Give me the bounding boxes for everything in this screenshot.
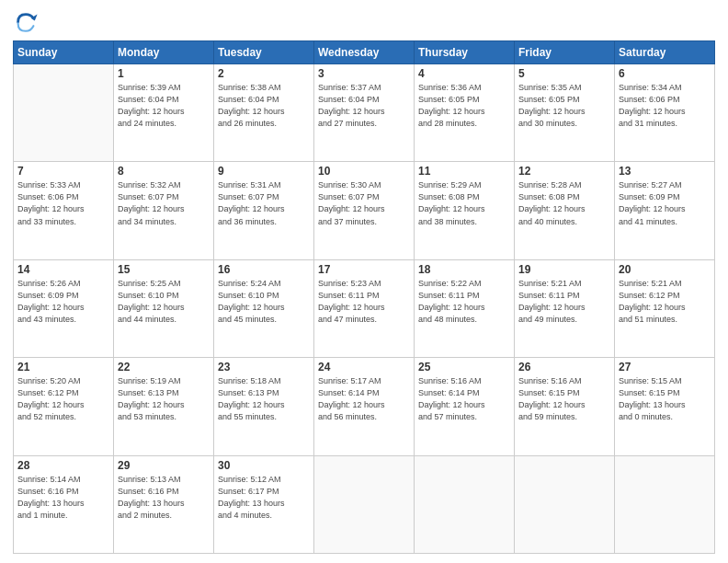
day-info: Sunrise: 5:22 AM Sunset: 6:11 PM Dayligh… xyxy=(418,278,510,326)
day-number: 9 xyxy=(218,165,310,178)
day-number: 18 xyxy=(418,263,510,276)
day-number: 15 xyxy=(118,263,210,276)
calendar-cell: 15Sunrise: 5:25 AM Sunset: 6:10 PM Dayli… xyxy=(114,259,214,357)
calendar-cell: 5Sunrise: 5:35 AM Sunset: 6:05 PM Daylig… xyxy=(515,64,615,162)
day-number: 28 xyxy=(17,459,109,472)
header xyxy=(13,9,715,35)
weekday-header: Monday xyxy=(114,41,214,64)
day-number: 22 xyxy=(118,361,210,373)
calendar-cell: 26Sunrise: 5:16 AM Sunset: 6:15 PM Dayli… xyxy=(515,358,615,455)
calendar-cell: 27Sunrise: 5:15 AM Sunset: 6:15 PM Dayli… xyxy=(615,358,715,455)
calendar-week-row: 28Sunrise: 5:14 AM Sunset: 6:16 PM Dayli… xyxy=(14,455,715,553)
logo-icon xyxy=(13,9,39,35)
calendar-cell: 3Sunrise: 5:37 AM Sunset: 6:04 PM Daylig… xyxy=(314,64,415,162)
day-info: Sunrise: 5:36 AM Sunset: 6:05 PM Dayligh… xyxy=(418,82,510,130)
day-info: Sunrise: 5:39 AM Sunset: 6:04 PM Dayligh… xyxy=(118,82,210,130)
calendar-cell: 4Sunrise: 5:36 AM Sunset: 6:05 PM Daylig… xyxy=(415,64,515,162)
calendar-cell: 11Sunrise: 5:29 AM Sunset: 6:08 PM Dayli… xyxy=(415,162,515,259)
calendar-cell: 1Sunrise: 5:39 AM Sunset: 6:04 PM Daylig… xyxy=(114,64,214,162)
day-number: 8 xyxy=(118,165,210,178)
calendar-cell xyxy=(314,455,415,553)
calendar-cell: 16Sunrise: 5:24 AM Sunset: 6:10 PM Dayli… xyxy=(214,259,314,357)
calendar-table: SundayMondayTuesdayWednesdayThursdayFrid… xyxy=(13,40,715,554)
day-info: Sunrise: 5:14 AM Sunset: 6:16 PM Dayligh… xyxy=(17,474,109,522)
weekday-header: Friday xyxy=(515,41,615,64)
day-number: 2 xyxy=(218,67,310,80)
calendar-cell: 12Sunrise: 5:28 AM Sunset: 6:08 PM Dayli… xyxy=(515,162,615,259)
day-info: Sunrise: 5:32 AM Sunset: 6:07 PM Dayligh… xyxy=(118,179,210,227)
day-info: Sunrise: 5:28 AM Sunset: 6:08 PM Dayligh… xyxy=(518,179,610,227)
calendar-cell: 17Sunrise: 5:23 AM Sunset: 6:11 PM Dayli… xyxy=(314,259,415,357)
calendar-week-row: 7Sunrise: 5:33 AM Sunset: 6:06 PM Daylig… xyxy=(14,162,715,259)
calendar-week-row: 21Sunrise: 5:20 AM Sunset: 6:12 PM Dayli… xyxy=(14,358,715,455)
day-number: 10 xyxy=(318,165,410,178)
day-number: 21 xyxy=(17,361,109,373)
day-number: 17 xyxy=(318,263,410,276)
calendar-week-row: 14Sunrise: 5:26 AM Sunset: 6:09 PM Dayli… xyxy=(14,259,715,357)
calendar-cell: 13Sunrise: 5:27 AM Sunset: 6:09 PM Dayli… xyxy=(615,162,715,259)
day-info: Sunrise: 5:37 AM Sunset: 6:04 PM Dayligh… xyxy=(318,82,410,130)
calendar-cell: 18Sunrise: 5:22 AM Sunset: 6:11 PM Dayli… xyxy=(415,259,515,357)
day-info: Sunrise: 5:20 AM Sunset: 6:12 PM Dayligh… xyxy=(17,375,109,423)
day-number: 20 xyxy=(619,263,711,276)
calendar-cell: 24Sunrise: 5:17 AM Sunset: 6:14 PM Dayli… xyxy=(314,358,415,455)
calendar-cell: 7Sunrise: 5:33 AM Sunset: 6:06 PM Daylig… xyxy=(14,162,114,259)
weekday-header: Wednesday xyxy=(314,41,415,64)
calendar-cell: 28Sunrise: 5:14 AM Sunset: 6:16 PM Dayli… xyxy=(14,455,114,553)
day-info: Sunrise: 5:27 AM Sunset: 6:09 PM Dayligh… xyxy=(619,179,711,227)
calendar-cell xyxy=(14,64,114,162)
logo xyxy=(13,9,42,35)
day-info: Sunrise: 5:12 AM Sunset: 6:17 PM Dayligh… xyxy=(218,474,310,522)
day-number: 13 xyxy=(619,165,711,178)
page: SundayMondayTuesdayWednesdayThursdayFrid… xyxy=(0,0,728,563)
weekday-header: Saturday xyxy=(615,41,715,64)
day-number: 26 xyxy=(518,361,610,373)
day-number: 16 xyxy=(218,263,310,276)
day-info: Sunrise: 5:25 AM Sunset: 6:10 PM Dayligh… xyxy=(118,278,210,326)
calendar-body: 1Sunrise: 5:39 AM Sunset: 6:04 PM Daylig… xyxy=(14,64,715,554)
day-info: Sunrise: 5:16 AM Sunset: 6:14 PM Dayligh… xyxy=(418,375,510,423)
day-number: 12 xyxy=(518,165,610,178)
calendar-cell: 25Sunrise: 5:16 AM Sunset: 6:14 PM Dayli… xyxy=(415,358,515,455)
weekday-header: Tuesday xyxy=(214,41,314,64)
day-info: Sunrise: 5:38 AM Sunset: 6:04 PM Dayligh… xyxy=(218,82,310,130)
calendar-cell: 23Sunrise: 5:18 AM Sunset: 6:13 PM Dayli… xyxy=(214,358,314,455)
day-info: Sunrise: 5:19 AM Sunset: 6:13 PM Dayligh… xyxy=(118,375,210,423)
calendar-cell: 19Sunrise: 5:21 AM Sunset: 6:11 PM Dayli… xyxy=(515,259,615,357)
calendar-cell: 30Sunrise: 5:12 AM Sunset: 6:17 PM Dayli… xyxy=(214,455,314,553)
calendar-cell: 14Sunrise: 5:26 AM Sunset: 6:09 PM Dayli… xyxy=(14,259,114,357)
day-info: Sunrise: 5:15 AM Sunset: 6:15 PM Dayligh… xyxy=(619,375,711,423)
weekday-row: SundayMondayTuesdayWednesdayThursdayFrid… xyxy=(14,41,715,64)
day-number: 24 xyxy=(318,361,410,373)
calendar-cell: 22Sunrise: 5:19 AM Sunset: 6:13 PM Dayli… xyxy=(114,358,214,455)
day-info: Sunrise: 5:35 AM Sunset: 6:05 PM Dayligh… xyxy=(518,82,610,130)
day-number: 3 xyxy=(318,67,410,80)
day-info: Sunrise: 5:24 AM Sunset: 6:10 PM Dayligh… xyxy=(218,278,310,326)
day-info: Sunrise: 5:26 AM Sunset: 6:09 PM Dayligh… xyxy=(17,278,109,326)
day-number: 27 xyxy=(619,361,711,373)
day-info: Sunrise: 5:29 AM Sunset: 6:08 PM Dayligh… xyxy=(418,179,510,227)
day-number: 30 xyxy=(218,459,310,472)
calendar-cell xyxy=(415,455,515,553)
calendar-cell: 2Sunrise: 5:38 AM Sunset: 6:04 PM Daylig… xyxy=(214,64,314,162)
day-number: 23 xyxy=(218,361,310,373)
day-number: 5 xyxy=(518,67,610,80)
day-info: Sunrise: 5:34 AM Sunset: 6:06 PM Dayligh… xyxy=(619,82,711,130)
day-info: Sunrise: 5:13 AM Sunset: 6:16 PM Dayligh… xyxy=(118,474,210,522)
day-number: 11 xyxy=(418,165,510,178)
day-info: Sunrise: 5:21 AM Sunset: 6:11 PM Dayligh… xyxy=(518,278,610,326)
day-number: 19 xyxy=(518,263,610,276)
day-info: Sunrise: 5:30 AM Sunset: 6:07 PM Dayligh… xyxy=(318,179,410,227)
weekday-header: Sunday xyxy=(14,41,114,64)
calendar-cell: 10Sunrise: 5:30 AM Sunset: 6:07 PM Dayli… xyxy=(314,162,415,259)
day-info: Sunrise: 5:31 AM Sunset: 6:07 PM Dayligh… xyxy=(218,179,310,227)
day-info: Sunrise: 5:23 AM Sunset: 6:11 PM Dayligh… xyxy=(318,278,410,326)
day-info: Sunrise: 5:33 AM Sunset: 6:06 PM Dayligh… xyxy=(17,179,109,227)
day-number: 4 xyxy=(418,67,510,80)
day-number: 25 xyxy=(418,361,510,373)
day-number: 7 xyxy=(17,165,109,178)
day-number: 29 xyxy=(118,459,210,472)
day-number: 6 xyxy=(619,67,711,80)
calendar-cell: 20Sunrise: 5:21 AM Sunset: 6:12 PM Dayli… xyxy=(615,259,715,357)
day-info: Sunrise: 5:17 AM Sunset: 6:14 PM Dayligh… xyxy=(318,375,410,423)
